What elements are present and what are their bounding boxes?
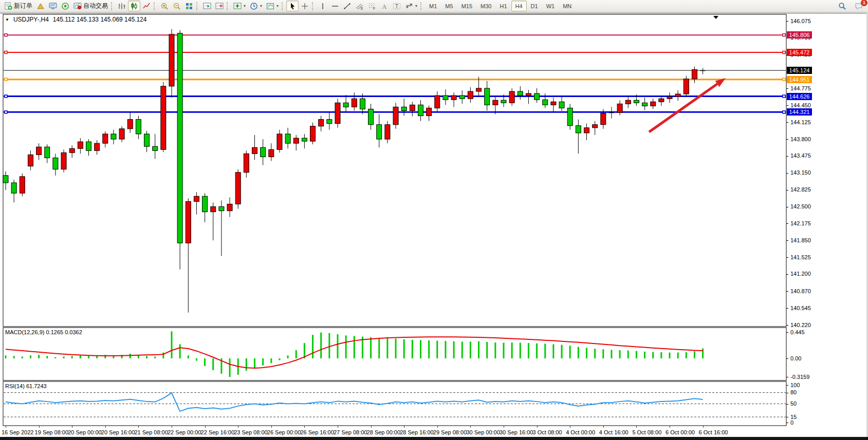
symbol-period-label: USDJPY-,H4	[13, 16, 49, 23]
chart-title: ▼ USDJPY-,H4 145.112 145.133 145.069 145…	[5, 16, 146, 23]
mt4-terminal: 新订单自动交易▾▾▾EFAT▾M1M5M15M30H1H4D1W1MN1 146…	[0, 0, 868, 440]
macd-pane[interactable]	[3, 328, 786, 380]
main-pane[interactable]	[3, 14, 786, 327]
ohlc-readout: 145.112 145.133 145.069 145.124	[53, 16, 147, 23]
rsi-indicator-label: RSI(14) 61.7243	[5, 383, 47, 389]
chart-canvas[interactable]	[0, 0, 868, 440]
title-collapse-icon[interactable]: ▼	[5, 17, 9, 22]
chart-window[interactable]: 146.075145.750145.425145.100144.775144.4…	[0, 13, 868, 437]
macd-indicator-label: MACD(12,26,9) 0.1265 0.0362	[5, 329, 82, 335]
bottom-border-bar	[0, 437, 868, 440]
